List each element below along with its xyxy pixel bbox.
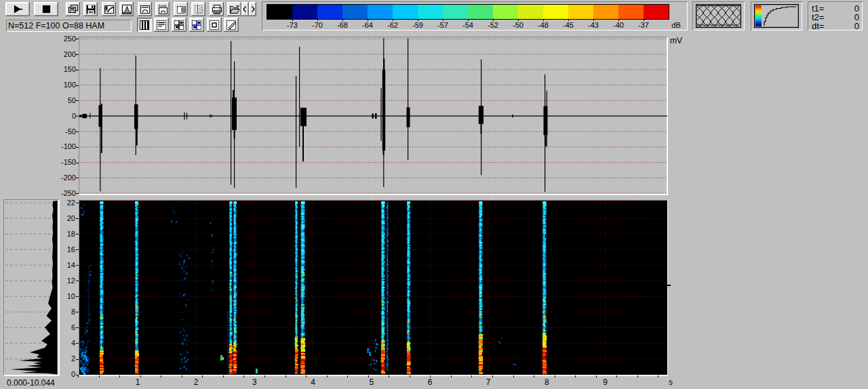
- svg-text:S: S: [199, 6, 203, 14]
